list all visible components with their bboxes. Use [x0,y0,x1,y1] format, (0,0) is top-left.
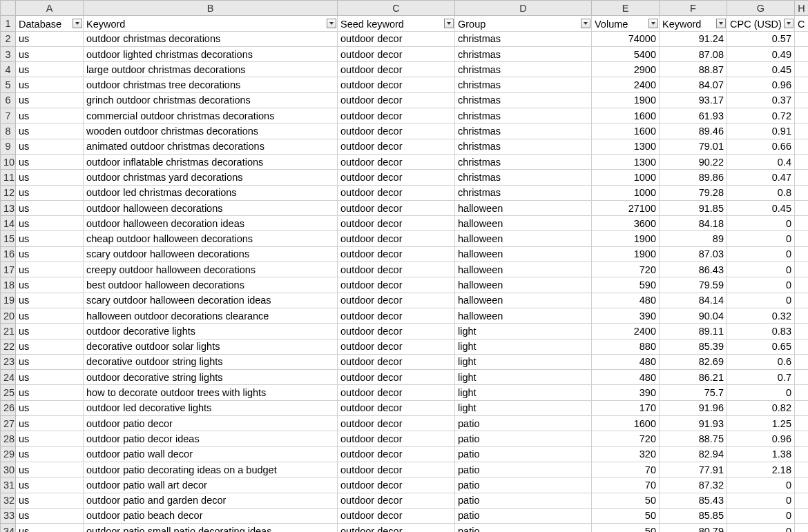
col-header-F[interactable]: F [660,1,727,16]
cell-seed-keyword[interactable]: outdoor decor [338,324,455,339]
cell-next[interactable] [795,108,809,124]
cell-volume[interactable]: 390 [592,385,660,400]
cell-kd[interactable]: 82.94 [660,446,727,462]
cell-cpc[interactable]: 0 [727,262,795,277]
cell-group[interactable]: patio [455,462,592,477]
cell-seed-keyword[interactable]: outdoor decor [338,446,455,462]
cell-kd[interactable]: 84.18 [660,216,727,231]
cell-volume[interactable]: 2900 [592,62,660,77]
cell-keyword[interactable]: halloween outdoor decorations clearance [84,308,338,323]
cell-cpc[interactable]: 0 [727,508,795,523]
cell-kd[interactable]: 85.43 [660,493,727,508]
cell-volume[interactable]: 170 [592,400,660,415]
cell-kd[interactable]: 87.08 [660,46,727,61]
cell-keyword[interactable]: commercial outdoor christmas decorations [84,108,338,124]
row-header[interactable]: 31 [1,477,16,493]
cell-kd[interactable]: 87.32 [660,477,727,493]
cell-group[interactable]: patio [455,524,592,532]
row-header[interactable]: 15 [1,231,16,246]
cell-kd[interactable]: 84.07 [660,77,727,92]
cell-group[interactable]: halloween [455,262,592,277]
cell-volume[interactable]: 50 [592,524,660,532]
cell-kd[interactable]: 91.24 [660,31,727,46]
cell-seed-keyword[interactable]: outdoor decor [338,200,455,215]
cell-volume[interactable]: 5400 [592,46,660,61]
cell-cpc[interactable]: 0.8 [727,185,795,200]
cell-cpc[interactable]: 0.96 [727,431,795,446]
header-seed-keyword[interactable]: Seed keyword [338,16,455,31]
cell-database[interactable]: us [16,431,84,446]
cell-cpc[interactable]: 0.37 [727,92,795,108]
cell-next[interactable] [795,124,809,139]
cell-kd[interactable]: 85.39 [660,339,727,354]
row-header[interactable]: 22 [1,339,16,354]
col-header-A[interactable]: A [16,1,84,16]
group-filter-button[interactable] [581,19,590,28]
cell-kd[interactable]: 80.79 [660,524,727,532]
row-header[interactable]: 28 [1,431,16,446]
cell-cpc[interactable]: 0.66 [727,139,795,154]
cell-keyword[interactable]: scary outdoor halloween decorations [84,246,338,262]
cell-database[interactable]: us [16,92,84,108]
cell-volume[interactable]: 720 [592,431,660,446]
cell-database[interactable]: us [16,154,84,169]
cell-keyword[interactable]: wooden outdoor christmas decorations [84,124,338,139]
row-header[interactable]: 17 [1,262,16,277]
cell-cpc[interactable]: 2.18 [727,462,795,477]
cell-seed-keyword[interactable]: outdoor decor [338,124,455,139]
cell-keyword[interactable]: decorative outdoor string lights [84,354,338,369]
cell-database[interactable]: us [16,185,84,200]
volume-filter-button[interactable] [648,19,658,28]
cell-cpc[interactable]: 0 [727,385,795,400]
cell-kd[interactable]: 86.43 [660,262,727,277]
header-group[interactable]: Group [455,16,592,31]
col-header-G[interactable]: G [727,1,795,16]
cell-database[interactable]: us [16,508,84,523]
cell-next[interactable] [795,446,809,462]
cell-keyword[interactable]: outdoor patio small patio decorating ide… [84,524,338,532]
cell-cpc[interactable]: 0 [727,524,795,532]
cell-seed-keyword[interactable]: outdoor decor [338,277,455,293]
cell-seed-keyword[interactable]: outdoor decor [338,370,455,385]
cell-group[interactable]: light [455,354,592,369]
header-database[interactable]: Database [16,16,84,31]
cell-cpc[interactable]: 0 [727,216,795,231]
cell-next[interactable] [795,170,809,185]
cell-database[interactable]: us [16,46,84,61]
grid[interactable]: A B C D E F G H 1DatabaseKeywordSeed key… [0,0,808,532]
cell-volume[interactable]: 74000 [592,31,660,46]
row-header[interactable]: 9 [1,139,16,154]
cell-next[interactable] [795,277,809,293]
cell-keyword[interactable]: outdoor halloween decorations [84,200,338,215]
cell-next[interactable] [795,139,809,154]
cell-group[interactable]: christmas [455,170,592,185]
cell-seed-keyword[interactable]: outdoor decor [338,262,455,277]
row-header[interactable]: 18 [1,277,16,293]
cell-database[interactable]: us [16,231,84,246]
cell-seed-keyword[interactable]: outdoor decor [338,62,455,77]
col-header-C[interactable]: C [338,1,455,16]
cell-keyword[interactable]: outdoor lighted christmas decorations [84,46,338,61]
cell-volume[interactable]: 1900 [592,92,660,108]
row-header[interactable]: 7 [1,108,16,124]
row-header[interactable]: 21 [1,324,16,339]
cell-seed-keyword[interactable]: outdoor decor [338,108,455,124]
cell-database[interactable]: us [16,200,84,215]
cell-database[interactable]: us [16,308,84,323]
cell-kd[interactable]: 79.01 [660,139,727,154]
cell-database[interactable]: us [16,31,84,46]
cell-kd[interactable]: 91.96 [660,400,727,415]
cell-volume[interactable]: 1600 [592,416,660,431]
cell-seed-keyword[interactable]: outdoor decor [338,339,455,354]
header-cpc[interactable]: CPC (USD) [727,16,795,31]
cell-seed-keyword[interactable]: outdoor decor [338,462,455,477]
cell-seed-keyword[interactable]: outdoor decor [338,293,455,308]
cell-next[interactable] [795,308,809,323]
cell-seed-keyword[interactable]: outdoor decor [338,524,455,532]
row-header[interactable]: 34 [1,524,16,532]
cell-database[interactable]: us [16,170,84,185]
row-header[interactable]: 27 [1,416,16,431]
cell-group[interactable]: light [455,370,592,385]
row-header[interactable]: 25 [1,385,16,400]
cell-seed-keyword[interactable]: outdoor decor [338,246,455,262]
